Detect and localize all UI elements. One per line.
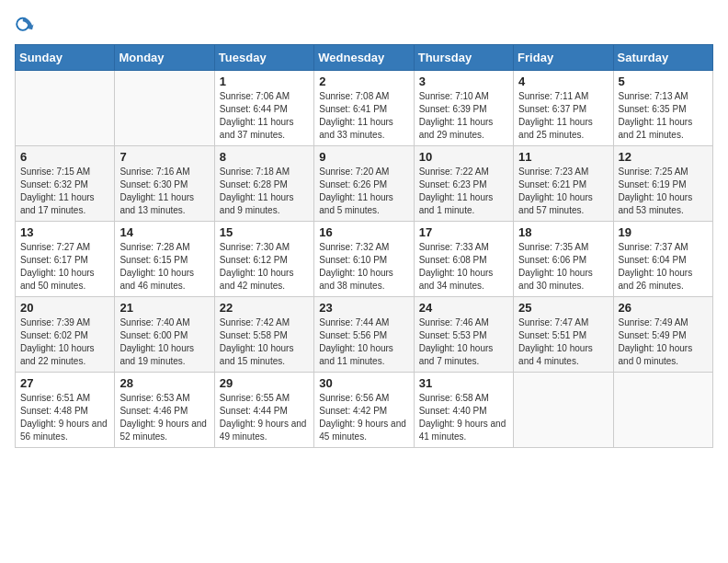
day-number: 13 — [20, 225, 109, 239]
calendar-header-saturday: Saturday — [613, 45, 712, 71]
logo — [15, 15, 39, 35]
day-number: 25 — [518, 301, 608, 315]
day-info: Sunrise: 7:44 AM Sunset: 5:56 PM Dayligh… — [319, 316, 408, 368]
day-info: Sunrise: 7:39 AM Sunset: 6:02 PM Dayligh… — [20, 316, 109, 368]
day-info: Sunrise: 7:08 AM Sunset: 6:41 PM Dayligh… — [319, 90, 408, 142]
day-info: Sunrise: 7:42 AM Sunset: 5:58 PM Dayligh… — [220, 316, 309, 368]
logo-icon — [15, 15, 35, 35]
day-number: 8 — [220, 150, 309, 164]
calendar-cell: 31Sunrise: 6:58 AM Sunset: 4:40 PM Dayli… — [414, 373, 513, 448]
calendar-header-monday: Monday — [115, 45, 214, 71]
day-info: Sunrise: 7:22 AM Sunset: 6:23 PM Dayligh… — [419, 166, 508, 217]
day-info: Sunrise: 7:47 AM Sunset: 5:51 PM Dayligh… — [518, 316, 608, 368]
calendar-cell: 27Sunrise: 6:51 AM Sunset: 4:48 PM Dayli… — [16, 373, 115, 448]
calendar-cell: 25Sunrise: 7:47 AM Sunset: 5:51 PM Dayli… — [514, 297, 613, 373]
calendar-body: 1Sunrise: 7:06 AM Sunset: 6:44 PM Daylig… — [16, 71, 713, 448]
calendar-cell: 23Sunrise: 7:44 AM Sunset: 5:56 PM Dayli… — [314, 297, 414, 373]
day-info: Sunrise: 7:33 AM Sunset: 6:08 PM Dayligh… — [419, 241, 508, 293]
calendar-cell: 20Sunrise: 7:39 AM Sunset: 6:02 PM Dayli… — [16, 297, 115, 373]
day-info: Sunrise: 7:27 AM Sunset: 6:17 PM Dayligh… — [20, 241, 109, 293]
calendar-header-wednesday: Wednesday — [314, 45, 414, 71]
day-info: Sunrise: 6:58 AM Sunset: 4:40 PM Dayligh… — [419, 392, 508, 443]
day-info: Sunrise: 6:55 AM Sunset: 4:44 PM Dayligh… — [220, 392, 309, 443]
calendar-cell: 13Sunrise: 7:27 AM Sunset: 6:17 PM Dayli… — [16, 222, 115, 297]
calendar-cell — [115, 71, 214, 146]
day-number: 11 — [518, 150, 608, 164]
day-number: 5 — [619, 75, 708, 88]
day-number: 19 — [619, 225, 708, 239]
calendar-header-row: SundayMondayTuesdayWednesdayThursdayFrid… — [16, 45, 713, 71]
day-number: 4 — [518, 75, 608, 88]
calendar-cell: 2Sunrise: 7:08 AM Sunset: 6:41 PM Daylig… — [314, 71, 414, 146]
calendar-cell: 4Sunrise: 7:11 AM Sunset: 6:37 PM Daylig… — [514, 71, 613, 146]
day-number: 7 — [119, 150, 209, 164]
calendar-cell: 16Sunrise: 7:32 AM Sunset: 6:10 PM Dayli… — [314, 222, 414, 297]
day-info: Sunrise: 7:35 AM Sunset: 6:06 PM Dayligh… — [518, 241, 608, 293]
day-number: 18 — [518, 225, 608, 239]
calendar-cell: 26Sunrise: 7:49 AM Sunset: 5:49 PM Dayli… — [613, 297, 712, 373]
day-number: 12 — [619, 150, 708, 164]
calendar-cell: 9Sunrise: 7:20 AM Sunset: 6:26 PM Daylig… — [314, 146, 414, 222]
day-info: Sunrise: 6:51 AM Sunset: 4:48 PM Dayligh… — [20, 392, 109, 443]
calendar-cell: 29Sunrise: 6:55 AM Sunset: 4:44 PM Dayli… — [214, 373, 313, 448]
day-info: Sunrise: 7:10 AM Sunset: 6:39 PM Dayligh… — [419, 90, 508, 142]
calendar-cell: 19Sunrise: 7:37 AM Sunset: 6:04 PM Dayli… — [613, 222, 712, 297]
day-number: 10 — [419, 150, 508, 164]
day-number: 16 — [319, 225, 408, 239]
calendar-cell: 28Sunrise: 6:53 AM Sunset: 4:46 PM Dayli… — [115, 373, 214, 448]
calendar-week-row: 27Sunrise: 6:51 AM Sunset: 4:48 PM Dayli… — [16, 373, 713, 448]
day-number: 14 — [119, 225, 209, 239]
calendar-cell: 6Sunrise: 7:15 AM Sunset: 6:32 PM Daylig… — [16, 146, 115, 222]
day-number: 2 — [319, 75, 408, 88]
day-number: 6 — [20, 150, 109, 164]
calendar-cell: 11Sunrise: 7:23 AM Sunset: 6:21 PM Dayli… — [514, 146, 613, 222]
calendar-header-friday: Friday — [514, 45, 613, 71]
day-number: 20 — [20, 301, 109, 315]
day-info: Sunrise: 7:13 AM Sunset: 6:35 PM Dayligh… — [619, 90, 708, 142]
day-info: Sunrise: 7:46 AM Sunset: 5:53 PM Dayligh… — [419, 316, 508, 368]
day-number: 26 — [619, 301, 708, 315]
calendar-cell: 24Sunrise: 7:46 AM Sunset: 5:53 PM Dayli… — [414, 297, 513, 373]
day-info: Sunrise: 7:15 AM Sunset: 6:32 PM Dayligh… — [20, 166, 109, 217]
day-info: Sunrise: 7:16 AM Sunset: 6:30 PM Dayligh… — [119, 166, 209, 217]
day-number: 31 — [419, 376, 508, 390]
calendar-header-sunday: Sunday — [16, 45, 115, 71]
calendar-header-tuesday: Tuesday — [214, 45, 313, 71]
day-number: 27 — [20, 376, 109, 390]
calendar-cell: 10Sunrise: 7:22 AM Sunset: 6:23 PM Dayli… — [414, 146, 513, 222]
calendar-cell — [514, 373, 613, 448]
page-header — [15, 15, 713, 35]
calendar-table: SundayMondayTuesdayWednesdayThursdayFrid… — [15, 44, 713, 448]
day-number: 24 — [419, 301, 508, 315]
day-info: Sunrise: 7:40 AM Sunset: 6:00 PM Dayligh… — [119, 316, 209, 368]
calendar-cell: 21Sunrise: 7:40 AM Sunset: 6:00 PM Dayli… — [115, 297, 214, 373]
calendar-cell: 30Sunrise: 6:56 AM Sunset: 4:42 PM Dayli… — [314, 373, 414, 448]
calendar-cell: 15Sunrise: 7:30 AM Sunset: 6:12 PM Dayli… — [214, 222, 313, 297]
day-info: Sunrise: 7:11 AM Sunset: 6:37 PM Dayligh… — [518, 90, 608, 142]
day-number: 22 — [220, 301, 309, 315]
day-info: Sunrise: 6:53 AM Sunset: 4:46 PM Dayligh… — [119, 392, 209, 443]
calendar-cell: 1Sunrise: 7:06 AM Sunset: 6:44 PM Daylig… — [214, 71, 313, 146]
day-info: Sunrise: 6:56 AM Sunset: 4:42 PM Dayligh… — [319, 392, 408, 443]
day-info: Sunrise: 7:28 AM Sunset: 6:15 PM Dayligh… — [119, 241, 209, 293]
day-info: Sunrise: 7:06 AM Sunset: 6:44 PM Dayligh… — [220, 90, 309, 142]
day-number: 29 — [220, 376, 309, 390]
day-info: Sunrise: 7:37 AM Sunset: 6:04 PM Dayligh… — [619, 241, 708, 293]
day-number: 1 — [220, 75, 309, 88]
day-info: Sunrise: 7:32 AM Sunset: 6:10 PM Dayligh… — [319, 241, 408, 293]
calendar-week-row: 20Sunrise: 7:39 AM Sunset: 6:02 PM Dayli… — [16, 297, 713, 373]
calendar-header-thursday: Thursday — [414, 45, 513, 71]
calendar-week-row: 1Sunrise: 7:06 AM Sunset: 6:44 PM Daylig… — [16, 71, 713, 146]
calendar-cell: 12Sunrise: 7:25 AM Sunset: 6:19 PM Dayli… — [613, 146, 712, 222]
day-info: Sunrise: 7:23 AM Sunset: 6:21 PM Dayligh… — [518, 166, 608, 217]
day-number: 21 — [119, 301, 209, 315]
calendar-cell — [613, 373, 712, 448]
day-number: 28 — [119, 376, 209, 390]
calendar-cell: 7Sunrise: 7:16 AM Sunset: 6:30 PM Daylig… — [115, 146, 214, 222]
day-info: Sunrise: 7:18 AM Sunset: 6:28 PM Dayligh… — [220, 166, 309, 217]
calendar-cell: 3Sunrise: 7:10 AM Sunset: 6:39 PM Daylig… — [414, 71, 513, 146]
day-number: 23 — [319, 301, 408, 315]
calendar-cell: 14Sunrise: 7:28 AM Sunset: 6:15 PM Dayli… — [115, 222, 214, 297]
calendar-cell: 18Sunrise: 7:35 AM Sunset: 6:06 PM Dayli… — [514, 222, 613, 297]
day-number: 17 — [419, 225, 508, 239]
